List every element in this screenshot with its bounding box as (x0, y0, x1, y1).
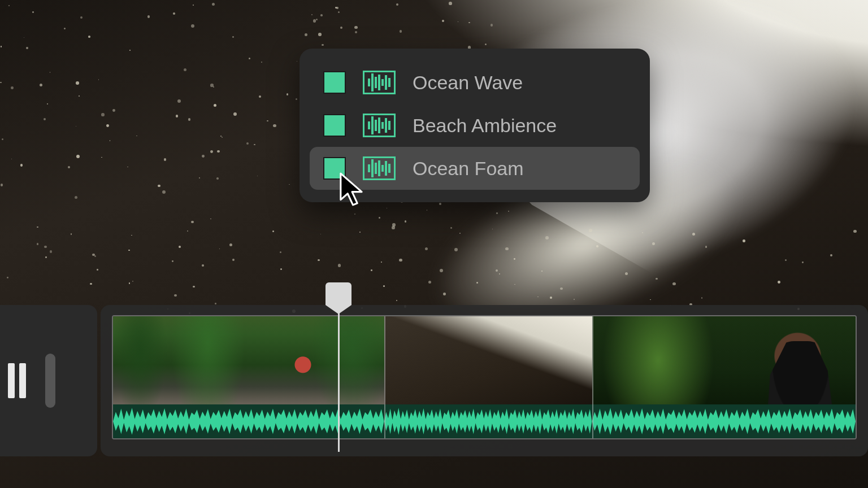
clip-thumbnail (384, 316, 592, 404)
menu-item-label: Ocean Wave (413, 72, 523, 94)
clip-thumbnail (113, 316, 384, 404)
timeline-track-area[interactable] (101, 305, 868, 456)
color-chip (323, 71, 346, 94)
clip-audio-waveform (384, 404, 592, 438)
timeline-panel (0, 305, 868, 456)
menu-item-ocean-wave[interactable]: Ocean Wave (310, 61, 640, 104)
clip-jungle[interactable] (113, 316, 384, 438)
clip-portrait[interactable] (592, 316, 856, 438)
clip-separator (592, 316, 593, 438)
clip-row[interactable] (112, 315, 857, 439)
waveform-icon (363, 156, 396, 180)
waveform-icon (363, 71, 396, 94)
waveform-icon (363, 114, 396, 137)
clip-beach[interactable] (384, 316, 592, 438)
color-chip (323, 114, 346, 137)
panel-drag-handle[interactable] (45, 354, 55, 408)
cursor-icon (338, 172, 366, 207)
timeline-controls (0, 305, 97, 456)
pause-icon[interactable] (8, 363, 26, 398)
clip-thumbnail (592, 316, 856, 404)
menu-item-beach-ambience[interactable]: Beach Ambience (310, 104, 640, 147)
clip-separator (384, 316, 385, 438)
clip-audio-waveform (113, 404, 384, 438)
clip-audio-waveform (592, 404, 856, 438)
menu-item-label: Beach Ambience (413, 115, 557, 137)
menu-item-label: Ocean Foam (413, 158, 524, 180)
